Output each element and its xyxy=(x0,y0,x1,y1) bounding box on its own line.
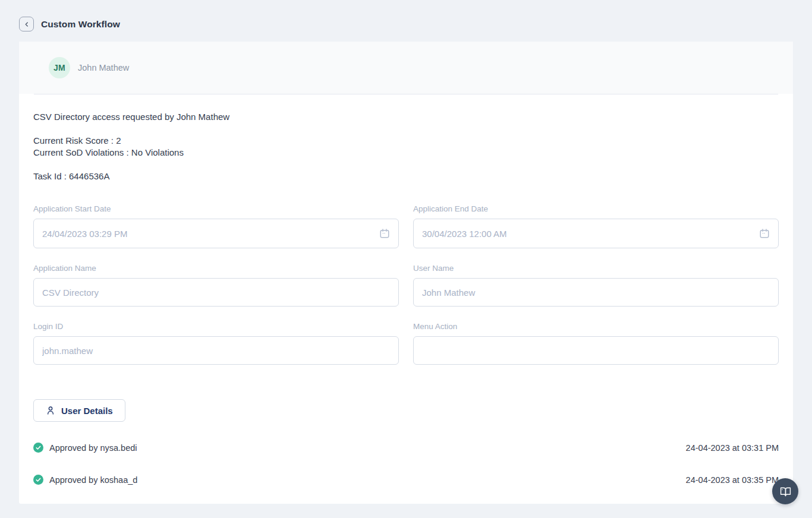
check-circle-icon xyxy=(33,475,43,485)
application-start-date-field: Application Start Date xyxy=(33,204,399,248)
menu-action-field: Menu Action xyxy=(413,322,779,365)
topbar: Custom Workflow xyxy=(0,0,812,37)
application-start-date-label: Application Start Date xyxy=(33,204,399,213)
docs-fab-button[interactable] xyxy=(772,478,798,504)
check-circle-icon xyxy=(33,443,43,453)
application-name-label: Application Name xyxy=(33,264,399,273)
user-name-input[interactable] xyxy=(422,288,770,298)
menu-action-label: Menu Action xyxy=(413,322,779,331)
application-end-date-field: Application End Date xyxy=(413,204,779,248)
requester-name: John Mathew xyxy=(78,63,129,72)
user-icon xyxy=(46,406,55,415)
application-name-input[interactable] xyxy=(42,288,390,298)
open-book-icon xyxy=(780,486,791,497)
approval-timestamp: 24-04-2023 at 03:35 PM xyxy=(686,475,779,485)
calendar-icon[interactable] xyxy=(759,228,770,239)
card-header: JM John Mathew xyxy=(19,42,793,94)
request-line: CSV Directory access requested by John M… xyxy=(33,111,779,123)
calendar-icon[interactable] xyxy=(379,228,390,239)
user-name-field: User Name xyxy=(413,264,779,307)
user-details-label: User Details xyxy=(61,406,113,416)
user-details-button[interactable]: User Details xyxy=(33,399,125,422)
login-id-input[interactable] xyxy=(42,346,390,356)
application-end-date-label: Application End Date xyxy=(413,204,779,213)
application-name-field: Application Name xyxy=(33,264,399,307)
request-form: Application Start Date Application End D… xyxy=(33,204,779,365)
application-end-date-input[interactable] xyxy=(422,229,759,239)
header-divider xyxy=(34,94,778,94)
request-summary: CSV Directory access requested by John M… xyxy=(33,111,779,182)
back-button[interactable] xyxy=(19,17,34,31)
chevron-left-icon xyxy=(23,21,30,28)
approval-row: Approved by koshaa_d 24-04-2023 at 03:35… xyxy=(33,475,779,485)
menu-action-input[interactable] xyxy=(422,346,770,356)
avatar: JM xyxy=(49,57,70,78)
application-start-date-input[interactable] xyxy=(42,229,379,239)
login-id-label: Login ID xyxy=(33,322,399,331)
page-title: Custom Workflow xyxy=(41,19,120,30)
workflow-card: JM John Mathew CSV Directory access requ… xyxy=(19,42,793,504)
approval-row: Approved by nysa.bedi 24-04-2023 at 03:3… xyxy=(33,443,779,453)
sod-violations-line: Current SoD Violations : No Violations xyxy=(33,147,779,159)
approval-text: Approved by nysa.bedi xyxy=(49,443,137,453)
task-id-line: Task Id : 6446536A xyxy=(33,170,779,182)
approval-timestamp: 24-04-2023 at 03:31 PM xyxy=(686,443,779,453)
approval-history: Approved by nysa.bedi 24-04-2023 at 03:3… xyxy=(33,443,779,485)
user-name-label: User Name xyxy=(413,264,779,273)
approval-text: Approved by koshaa_d xyxy=(49,475,137,485)
risk-score-line: Current Risk Score : 2 xyxy=(33,135,779,147)
login-id-field: Login ID xyxy=(33,322,399,365)
